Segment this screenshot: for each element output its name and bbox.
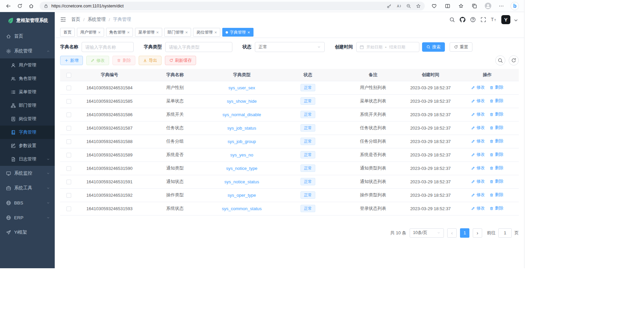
tab-角色管理[interactable]: 角色管理× [106, 28, 133, 37]
select-all-checkbox[interactable] [66, 73, 71, 78]
row-checkbox[interactable] [66, 99, 71, 104]
address-bar[interactable]: https://ccnetcore.com:1101/system/dict A [40, 2, 425, 10]
edit-button[interactable]: 修改 [86, 56, 109, 65]
row-checkbox[interactable] [66, 206, 71, 211]
help-icon[interactable] [470, 17, 476, 22]
tab-close-icon[interactable]: × [98, 30, 101, 35]
row-delete-button[interactable]: 删除 [490, 192, 503, 198]
row-edit-button[interactable]: 修改 [471, 179, 485, 184]
sidebar-toggle-icon[interactable] [60, 16, 66, 22]
favorites-button[interactable] [454, 1, 468, 11]
row-checkbox[interactable] [66, 180, 71, 184]
user-avatar[interactable]: Y [501, 15, 510, 24]
back-button[interactable] [3, 1, 14, 11]
row-delete-button[interactable]: 删除 [490, 85, 503, 90]
tab-close-icon[interactable]: × [156, 30, 159, 35]
row-edit-button[interactable]: 修改 [471, 138, 485, 144]
sidebar-item-系统管理[interactable]: 系统管理 [0, 44, 55, 58]
row-delete-button[interactable]: 删除 [490, 205, 503, 211]
dict-type-link[interactable]: sys_oper_type [228, 193, 256, 198]
sidebar-item-ERP[interactable]: ERP [0, 210, 55, 225]
row-edit-button[interactable]: 修改 [471, 152, 485, 157]
row-delete-button[interactable]: 删除 [490, 179, 503, 184]
font-size-icon[interactable]: TT [491, 17, 497, 22]
github-icon[interactable] [460, 17, 465, 22]
tab-close-icon[interactable]: × [247, 30, 250, 35]
password-key-icon[interactable] [387, 4, 392, 8]
dict-type-link[interactable]: sys_notice_status [224, 179, 259, 184]
sidebar-item-参数设置[interactable]: 参数设置 [0, 139, 55, 152]
breadcrumb-home[interactable]: 首页 [71, 16, 80, 22]
row-delete-button[interactable]: 删除 [490, 165, 503, 171]
sidebar-item-系统工具[interactable]: 系统工具 [0, 181, 55, 195]
goto-page-input[interactable] [498, 228, 512, 238]
page-size-select[interactable]: 10条/页 [410, 228, 444, 238]
dict-type-link[interactable]: sys_yes_no [230, 152, 254, 157]
row-delete-button[interactable]: 删除 [490, 98, 503, 104]
dict-type-link[interactable]: sys_notice_type [226, 166, 257, 171]
browser-essentials-button[interactable] [427, 1, 441, 11]
sidebar-item-首页[interactable]: 首页 [0, 29, 55, 44]
dict-type-link[interactable]: sys_normal_disable [223, 112, 261, 117]
sidebar-item-岗位管理[interactable]: 岗位管理 [0, 112, 55, 126]
row-checkbox[interactable] [66, 139, 71, 144]
row-delete-button[interactable]: 删除 [490, 152, 503, 157]
row-checkbox[interactable] [66, 193, 71, 198]
tab-字典管理[interactable]: 字典管理× [222, 28, 254, 37]
row-edit-button[interactable]: 修改 [471, 205, 485, 211]
next-page-button[interactable]: › [473, 228, 482, 238]
row-checkbox[interactable] [66, 126, 71, 131]
status-select[interactable]: 正常 [255, 42, 325, 52]
prev-page-button[interactable]: ‹ [447, 228, 457, 238]
row-edit-button[interactable]: 修改 [471, 111, 485, 117]
refresh-cache-button[interactable]: 刷新缓存 [165, 56, 196, 65]
collections-button[interactable] [468, 1, 481, 11]
read-aloud-icon[interactable]: A [397, 4, 401, 8]
sidebar-item-BBS[interactable]: BBS [0, 195, 55, 210]
current-page-button[interactable]: 1 [460, 228, 469, 238]
row-delete-button[interactable]: 删除 [490, 138, 503, 144]
refresh-button[interactable] [14, 1, 26, 11]
split-screen-button[interactable] [441, 1, 454, 11]
export-button[interactable]: 导出 [139, 56, 162, 65]
tab-菜单管理[interactable]: 菜单管理× [135, 28, 162, 37]
zoom-out-icon[interactable] [406, 4, 411, 8]
sidebar-item-部门管理[interactable]: 部门管理 [0, 99, 55, 112]
browser-menu-button[interactable] [495, 1, 508, 11]
tab-部门管理[interactable]: 部门管理× [164, 28, 191, 37]
fullscreen-icon[interactable] [480, 17, 486, 22]
dict-name-input[interactable] [82, 42, 134, 52]
row-edit-button[interactable]: 修改 [471, 125, 485, 131]
sidebar-item-菜单管理[interactable]: 菜单管理 [0, 85, 55, 99]
sidebar-item-日志管理[interactable]: 日志管理 [0, 152, 55, 166]
dict-type-link[interactable]: sys_job_status [227, 126, 256, 131]
dict-type-link[interactable]: sys_job_group [228, 139, 256, 144]
tab-close-icon[interactable]: × [127, 30, 130, 35]
row-edit-button[interactable]: 修改 [471, 85, 485, 90]
sidebar-item-系统监控[interactable]: 系统监控 [0, 166, 55, 181]
sidebar-item-用户管理[interactable]: 用户管理 [0, 58, 55, 72]
tab-close-icon[interactable]: × [214, 30, 217, 35]
row-checkbox[interactable] [66, 112, 71, 117]
dict-type-link[interactable]: sys_user_sex [228, 85, 255, 90]
delete-button[interactable]: 删除 [112, 56, 135, 65]
row-edit-button[interactable]: 修改 [471, 98, 485, 104]
dict-type-link[interactable]: sys_common_status [222, 206, 262, 211]
toggle-search-button[interactable] [495, 55, 505, 65]
dict-type-input[interactable] [165, 42, 232, 52]
chevron-down-icon[interactable] [513, 17, 519, 23]
tab-岗位管理[interactable]: 岗位管理× [193, 28, 220, 37]
add-button[interactable]: 新增 [60, 56, 83, 65]
row-delete-button[interactable]: 删除 [490, 111, 503, 117]
add-favorite-icon[interactable] [416, 4, 421, 8]
sidebar-item-角色管理[interactable]: 角色管理 [0, 72, 55, 85]
dict-type-link[interactable]: sys_show_hide [227, 99, 257, 104]
search-button[interactable]: 搜索 [422, 42, 445, 52]
home-button[interactable] [26, 1, 37, 11]
row-edit-button[interactable]: 修改 [471, 165, 485, 171]
tab-用户管理[interactable]: 用户管理× [77, 28, 104, 37]
row-checkbox[interactable] [66, 153, 71, 157]
tab-close-icon[interactable]: × [185, 30, 188, 35]
date-range-picker[interactable]: 开始日期 - 结束日期 [356, 42, 419, 52]
refresh-table-button[interactable] [509, 55, 519, 65]
